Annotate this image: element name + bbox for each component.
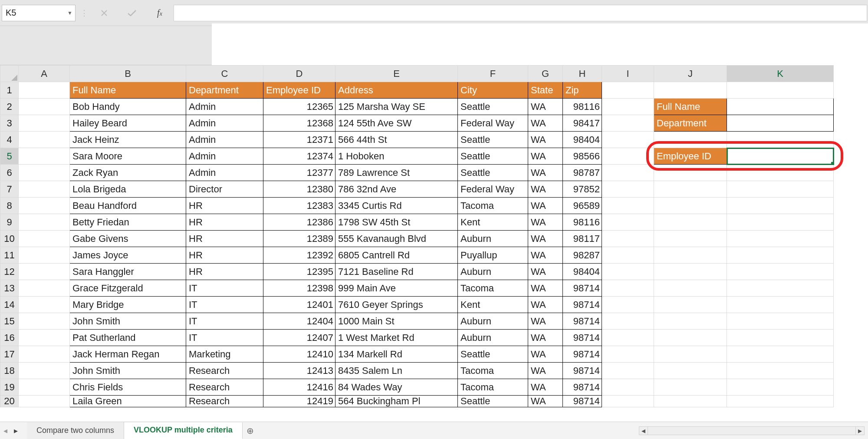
cell-I8[interactable] — [602, 198, 654, 214]
cell-D13[interactable]: 12398 — [263, 280, 335, 297]
cell-F20[interactable]: Seattle — [458, 396, 528, 407]
cell-J8[interactable] — [654, 198, 727, 214]
cell-H13[interactable]: 98714 — [563, 280, 602, 297]
cell-A12[interactable] — [19, 264, 70, 280]
row-header-5[interactable]: 5 — [0, 148, 19, 165]
cell-D4[interactable]: 12371 — [263, 132, 335, 148]
cell-J4[interactable] — [654, 132, 727, 148]
cell-D6[interactable]: 12377 — [263, 165, 335, 181]
cell-B4[interactable]: Jack Heinz — [70, 132, 186, 148]
scroll-right-icon[interactable]: ▸ — [855, 427, 864, 435]
cell-E9[interactable]: 1798 SW 45th St — [335, 214, 458, 231]
col-header-A[interactable]: A — [19, 66, 70, 82]
cell-J10[interactable] — [654, 231, 727, 247]
fx-icon[interactable]: fx — [154, 7, 166, 19]
sheet-tab-compare[interactable]: Compare two columns — [27, 422, 124, 439]
cell-J15[interactable] — [654, 313, 727, 330]
cell-F2[interactable]: Seattle — [458, 99, 528, 115]
cell-A9[interactable] — [19, 214, 70, 231]
cell-F13[interactable]: Tacoma — [458, 280, 528, 297]
cell-I4[interactable] — [602, 132, 654, 148]
cell-H5[interactable]: 98566 — [563, 148, 602, 165]
name-box[interactable]: K5 ▼ — [2, 5, 76, 21]
row-header-10[interactable]: 10 — [0, 231, 19, 247]
dropdown-icon[interactable]: ▼ — [67, 10, 72, 16]
row-header-8[interactable]: 8 — [0, 198, 19, 214]
cell-A17[interactable] — [19, 346, 70, 363]
cell-G3[interactable]: WA — [528, 115, 563, 132]
cell-A2[interactable] — [19, 99, 70, 115]
row-header-12[interactable]: 12 — [0, 264, 19, 280]
cell-K13[interactable] — [727, 280, 834, 297]
cell-H18[interactable]: 98714 — [563, 363, 602, 379]
cancel-icon[interactable] — [98, 7, 110, 19]
cell-C12[interactable]: HR — [186, 264, 263, 280]
cell-G15[interactable]: WA — [528, 313, 563, 330]
cell-B11[interactable]: James Joyce — [70, 247, 186, 264]
cell-G19[interactable]: WA — [528, 379, 563, 396]
cell-D1[interactable]: Employee ID — [263, 82, 335, 99]
cell-C11[interactable]: HR — [186, 247, 263, 264]
cell-B19[interactable]: Chris Fields — [70, 379, 186, 396]
col-header-D[interactable]: D — [263, 66, 335, 82]
scroll-left-icon[interactable]: ◂ — [639, 427, 648, 435]
cell-A19[interactable] — [19, 379, 70, 396]
row-header-17[interactable]: 17 — [0, 346, 19, 363]
cell-J3[interactable]: Department — [654, 115, 727, 132]
row-header-15[interactable]: 15 — [0, 313, 19, 330]
cell-K12[interactable] — [727, 264, 834, 280]
cell-I14[interactable] — [602, 297, 654, 313]
cell-C20[interactable]: Research — [186, 396, 263, 407]
cell-G7[interactable]: WA — [528, 181, 563, 198]
cell-F16[interactable]: Auburn — [458, 330, 528, 346]
cell-G2[interactable]: WA — [528, 99, 563, 115]
cell-J9[interactable] — [654, 214, 727, 231]
cell-D3[interactable]: 12368 — [263, 115, 335, 132]
cell-J16[interactable] — [654, 330, 727, 346]
cell-B13[interactable]: Grace Fitzgerald — [70, 280, 186, 297]
cell-J1[interactable] — [654, 82, 727, 99]
cell-G9[interactable]: WA — [528, 214, 563, 231]
cell-G10[interactable]: WA — [528, 231, 563, 247]
row-header-20[interactable]: 20 — [0, 396, 19, 407]
cell-C5[interactable]: Admin — [186, 148, 263, 165]
cell-K20[interactable] — [727, 396, 834, 407]
cell-E4[interactable]: 566 44th St — [335, 132, 458, 148]
cell-D9[interactable]: 12386 — [263, 214, 335, 231]
cell-I1[interactable] — [602, 82, 654, 99]
cell-C10[interactable]: HR — [186, 231, 263, 247]
row-header-7[interactable]: 7 — [0, 181, 19, 198]
cell-K14[interactable] — [727, 297, 834, 313]
cell-E13[interactable]: 999 Main Ave — [335, 280, 458, 297]
cell-A7[interactable] — [19, 181, 70, 198]
cell-H4[interactable]: 98404 — [563, 132, 602, 148]
cell-C18[interactable]: Research — [186, 363, 263, 379]
cell-C8[interactable]: HR — [186, 198, 263, 214]
cell-A4[interactable] — [19, 132, 70, 148]
cell-B5[interactable]: Sara Moore — [70, 148, 186, 165]
cell-K15[interactable] — [727, 313, 834, 330]
cell-E6[interactable]: 789 Lawrence St — [335, 165, 458, 181]
cell-K18[interactable] — [727, 363, 834, 379]
cell-F18[interactable]: Tacoma — [458, 363, 528, 379]
cell-D20[interactable]: 12419 — [263, 396, 335, 407]
cell-E20[interactable]: 564 Buckingham Pl — [335, 396, 458, 407]
split-handle-icon[interactable]: ⋮ — [76, 8, 93, 18]
cell-I7[interactable] — [602, 181, 654, 198]
cell-B1[interactable]: Full Name — [70, 82, 186, 99]
cell-B9[interactable]: Betty Friedan — [70, 214, 186, 231]
cell-A6[interactable] — [19, 165, 70, 181]
cell-K6[interactable] — [727, 165, 834, 181]
cell-H14[interactable]: 98714 — [563, 297, 602, 313]
cell-J19[interactable] — [654, 379, 727, 396]
enter-icon[interactable] — [126, 7, 138, 19]
row-header-6[interactable]: 6 — [0, 165, 19, 181]
col-header-E[interactable]: E — [335, 66, 458, 82]
cell-K19[interactable] — [727, 379, 834, 396]
cell-F11[interactable]: Puyallup — [458, 247, 528, 264]
cell-G20[interactable]: WA — [528, 396, 563, 407]
cell-E15[interactable]: 1000 Main St — [335, 313, 458, 330]
cell-A8[interactable] — [19, 198, 70, 214]
col-header-J[interactable]: J — [654, 66, 727, 82]
cell-F5[interactable]: Seattle — [458, 148, 528, 165]
